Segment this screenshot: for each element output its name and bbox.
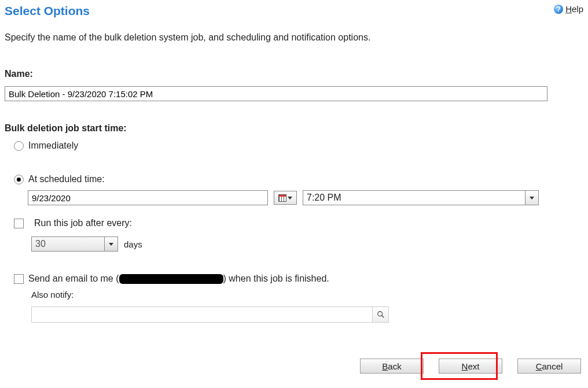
radio-scheduled[interactable] xyxy=(14,175,24,184)
scheduled-time-select[interactable]: 7:20 PM xyxy=(303,190,539,205)
svg-line-1 xyxy=(381,316,384,318)
chevron-down-icon xyxy=(109,243,113,246)
name-label: Name: xyxy=(5,69,583,79)
radio-immediately[interactable] xyxy=(14,141,24,151)
recurrence-checkbox[interactable] xyxy=(14,219,24,228)
email-notify-checkbox[interactable] xyxy=(14,274,24,284)
recurrence-unit-label: days xyxy=(124,239,142,249)
page-title: Select Options xyxy=(5,4,90,18)
chevron-down-icon xyxy=(530,197,534,199)
email-notify-label: Send an email to me () when this job is … xyxy=(28,274,329,284)
also-notify-label: Also notify: xyxy=(31,290,74,300)
recurrence-interval-select[interactable]: 30 xyxy=(31,237,118,252)
svg-point-0 xyxy=(377,312,382,316)
help-icon: ? xyxy=(554,5,563,14)
search-icon xyxy=(377,311,385,319)
scheduled-date-input[interactable] xyxy=(28,190,268,205)
radio-scheduled-label: At scheduled time: xyxy=(28,174,105,184)
calendar-button[interactable] xyxy=(274,191,297,205)
chevron-down-icon xyxy=(288,197,292,199)
also-notify-input[interactable] xyxy=(31,306,373,323)
page-description: Specify the name of the bulk deletion sy… xyxy=(5,32,583,43)
lookup-button[interactable] xyxy=(373,306,389,323)
start-time-label: Bulk deletion job start time: xyxy=(5,123,583,134)
redacted-email xyxy=(119,274,223,284)
next-button[interactable]: Next xyxy=(439,359,502,374)
scheduled-time-value: 7:20 PM xyxy=(303,191,525,205)
recurrence-label: Run this job after every: xyxy=(34,218,132,228)
back-button[interactable]: Back xyxy=(360,359,424,374)
calendar-icon xyxy=(278,194,286,202)
job-name-input[interactable] xyxy=(5,86,547,101)
help-link[interactable]: ? Help xyxy=(554,4,583,14)
cancel-button[interactable]: Cancel xyxy=(517,359,581,374)
recurrence-interval-value: 30 xyxy=(32,237,104,251)
radio-immediately-label: Immediately xyxy=(28,141,78,151)
